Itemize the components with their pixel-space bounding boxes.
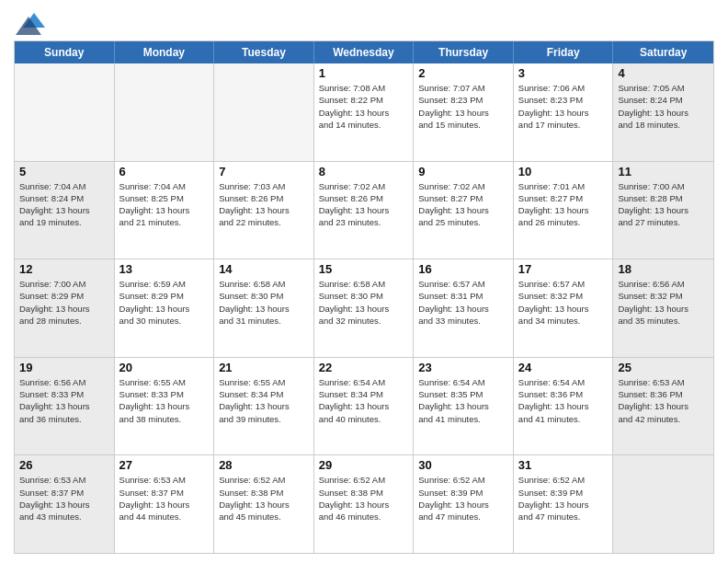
page: SundayMondayTuesdayWednesdayThursdayFrid…: [0, 0, 728, 563]
day-cell-21: 21Sunrise: 6:55 AM Sunset: 8:34 PM Dayli…: [214, 358, 314, 455]
day-number: 31: [518, 458, 609, 472]
day-cell-26: 26Sunrise: 6:53 AM Sunset: 8:37 PM Dayli…: [15, 455, 115, 553]
day-number: 17: [518, 262, 609, 276]
day-cell-13: 13Sunrise: 6:59 AM Sunset: 8:29 PM Dayli…: [115, 259, 215, 357]
day-info: Sunrise: 6:55 AM Sunset: 8:33 PM Dayligh…: [119, 376, 210, 425]
day-info: Sunrise: 6:52 AM Sunset: 8:39 PM Dayligh…: [518, 474, 609, 523]
day-cell-25: 25Sunrise: 6:53 AM Sunset: 8:36 PM Dayli…: [613, 358, 713, 455]
day-number: 9: [418, 165, 508, 178]
day-number: 6: [119, 165, 210, 178]
weekday-header-sunday: Sunday: [15, 41, 115, 63]
day-info: Sunrise: 6:56 AM Sunset: 8:33 PM Dayligh…: [19, 376, 109, 425]
day-number: 3: [518, 66, 609, 80]
day-number: 27: [119, 458, 210, 472]
day-number: 14: [219, 262, 309, 276]
day-cell-15: 15Sunrise: 6:58 AM Sunset: 8:30 PM Dayli…: [314, 259, 415, 357]
day-cell-9: 9Sunrise: 7:02 AM Sunset: 8:27 PM Daylig…: [414, 162, 514, 259]
day-number: 15: [319, 262, 409, 276]
day-info: Sunrise: 6:54 AM Sunset: 8:34 PM Dayligh…: [319, 376, 409, 425]
day-cell-29: 29Sunrise: 6:52 AM Sunset: 8:38 PM Dayli…: [314, 455, 415, 553]
day-number: 8: [319, 165, 409, 178]
day-cell-17: 17Sunrise: 6:57 AM Sunset: 8:32 PM Dayli…: [514, 259, 614, 357]
day-info: Sunrise: 6:53 AM Sunset: 8:37 PM Dayligh…: [19, 474, 109, 523]
day-number: 25: [618, 361, 709, 374]
day-number: 11: [618, 165, 709, 178]
day-cell-6: 6Sunrise: 7:04 AM Sunset: 8:25 PM Daylig…: [115, 162, 215, 259]
day-info: Sunrise: 6:53 AM Sunset: 8:37 PM Dayligh…: [119, 474, 210, 523]
logo: [14, 9, 45, 35]
day-cell-2: 2Sunrise: 7:07 AM Sunset: 8:23 PM Daylig…: [414, 63, 514, 161]
day-number: 18: [618, 262, 709, 276]
logo-icon: [16, 9, 45, 35]
day-cell-28: 28Sunrise: 6:52 AM Sunset: 8:38 PM Dayli…: [214, 455, 314, 553]
weekday-header-tuesday: Tuesday: [214, 41, 314, 63]
day-info: Sunrise: 6:55 AM Sunset: 8:34 PM Dayligh…: [219, 376, 309, 425]
calendar-row-4: 19Sunrise: 6:56 AM Sunset: 8:33 PM Dayli…: [15, 358, 713, 456]
weekday-header-saturday: Saturday: [613, 41, 713, 63]
day-cell-14: 14Sunrise: 6:58 AM Sunset: 8:30 PM Dayli…: [214, 259, 314, 357]
day-cell-5: 5Sunrise: 7:04 AM Sunset: 8:24 PM Daylig…: [15, 162, 115, 259]
day-info: Sunrise: 6:59 AM Sunset: 8:29 PM Dayligh…: [119, 278, 210, 327]
day-number: 29: [319, 458, 409, 472]
day-cell-27: 27Sunrise: 6:53 AM Sunset: 8:37 PM Dayli…: [115, 455, 215, 553]
weekday-header-friday: Friday: [514, 41, 614, 63]
weekday-header-thursday: Thursday: [414, 41, 514, 63]
day-cell-22: 22Sunrise: 6:54 AM Sunset: 8:34 PM Dayli…: [314, 358, 415, 455]
day-cell-18: 18Sunrise: 6:56 AM Sunset: 8:32 PM Dayli…: [613, 259, 713, 357]
day-cell-11: 11Sunrise: 7:00 AM Sunset: 8:28 PM Dayli…: [613, 162, 713, 259]
day-info: Sunrise: 6:58 AM Sunset: 8:30 PM Dayligh…: [219, 278, 309, 327]
day-number: 24: [518, 361, 609, 374]
day-info: Sunrise: 7:07 AM Sunset: 8:23 PM Dayligh…: [418, 82, 508, 131]
day-number: 12: [19, 262, 109, 276]
day-cell-empty-4-6: [613, 455, 713, 553]
day-info: Sunrise: 6:58 AM Sunset: 8:30 PM Dayligh…: [319, 278, 409, 327]
day-info: Sunrise: 7:04 AM Sunset: 8:24 PM Dayligh…: [19, 180, 109, 229]
weekday-header-monday: Monday: [115, 41, 215, 63]
day-cell-31: 31Sunrise: 6:52 AM Sunset: 8:39 PM Dayli…: [514, 455, 614, 553]
day-cell-7: 7Sunrise: 7:03 AM Sunset: 8:26 PM Daylig…: [214, 162, 314, 259]
calendar-row-2: 5Sunrise: 7:04 AM Sunset: 8:24 PM Daylig…: [15, 162, 713, 260]
day-info: Sunrise: 7:03 AM Sunset: 8:26 PM Dayligh…: [219, 180, 309, 229]
day-number: 10: [518, 165, 609, 178]
day-cell-empty-0-2: [214, 63, 314, 161]
day-info: Sunrise: 7:02 AM Sunset: 8:26 PM Dayligh…: [319, 180, 409, 229]
day-number: 7: [219, 165, 309, 178]
day-number: 26: [19, 458, 109, 472]
day-info: Sunrise: 6:53 AM Sunset: 8:36 PM Dayligh…: [618, 376, 709, 425]
day-cell-10: 10Sunrise: 7:01 AM Sunset: 8:27 PM Dayli…: [514, 162, 614, 259]
calendar-row-1: 1Sunrise: 7:08 AM Sunset: 8:22 PM Daylig…: [15, 63, 713, 162]
day-number: 16: [418, 262, 508, 276]
day-number: 28: [219, 458, 309, 472]
weekday-header-wednesday: Wednesday: [314, 41, 415, 63]
calendar-body: 1Sunrise: 7:08 AM Sunset: 8:22 PM Daylig…: [15, 63, 713, 553]
day-cell-empty-0-0: [15, 63, 115, 161]
day-info: Sunrise: 6:52 AM Sunset: 8:38 PM Dayligh…: [219, 474, 309, 523]
day-number: 4: [618, 66, 709, 80]
day-info: Sunrise: 6:57 AM Sunset: 8:32 PM Dayligh…: [518, 278, 609, 327]
day-cell-20: 20Sunrise: 6:55 AM Sunset: 8:33 PM Dayli…: [115, 358, 215, 455]
day-number: 23: [418, 361, 508, 374]
day-number: 30: [418, 458, 508, 472]
day-cell-23: 23Sunrise: 6:54 AM Sunset: 8:35 PM Dayli…: [414, 358, 514, 455]
day-number: 2: [418, 66, 508, 80]
day-info: Sunrise: 7:08 AM Sunset: 8:22 PM Dayligh…: [319, 82, 409, 131]
day-cell-4: 4Sunrise: 7:05 AM Sunset: 8:24 PM Daylig…: [613, 63, 713, 161]
day-info: Sunrise: 7:02 AM Sunset: 8:27 PM Dayligh…: [418, 180, 508, 229]
day-info: Sunrise: 6:57 AM Sunset: 8:31 PM Dayligh…: [418, 278, 508, 327]
day-info: Sunrise: 7:05 AM Sunset: 8:24 PM Dayligh…: [618, 82, 709, 131]
day-cell-3: 3Sunrise: 7:06 AM Sunset: 8:23 PM Daylig…: [514, 63, 614, 161]
calendar-row-5: 26Sunrise: 6:53 AM Sunset: 8:37 PM Dayli…: [15, 455, 713, 553]
day-cell-12: 12Sunrise: 7:00 AM Sunset: 8:29 PM Dayli…: [15, 259, 115, 357]
day-number: 5: [19, 165, 109, 178]
day-info: Sunrise: 7:00 AM Sunset: 8:29 PM Dayligh…: [19, 278, 109, 327]
day-info: Sunrise: 6:54 AM Sunset: 8:36 PM Dayligh…: [518, 376, 609, 425]
day-info: Sunrise: 7:01 AM Sunset: 8:27 PM Dayligh…: [518, 180, 609, 229]
day-info: Sunrise: 6:56 AM Sunset: 8:32 PM Dayligh…: [618, 278, 709, 327]
day-cell-19: 19Sunrise: 6:56 AM Sunset: 8:33 PM Dayli…: [15, 358, 115, 455]
day-cell-30: 30Sunrise: 6:52 AM Sunset: 8:39 PM Dayli…: [414, 455, 514, 553]
day-number: 20: [119, 361, 210, 374]
day-cell-empty-0-1: [115, 63, 215, 161]
calendar: SundayMondayTuesdayWednesdayThursdayFrid…: [14, 40, 714, 554]
day-info: Sunrise: 6:52 AM Sunset: 8:39 PM Dayligh…: [418, 474, 508, 523]
day-number: 19: [19, 361, 109, 374]
